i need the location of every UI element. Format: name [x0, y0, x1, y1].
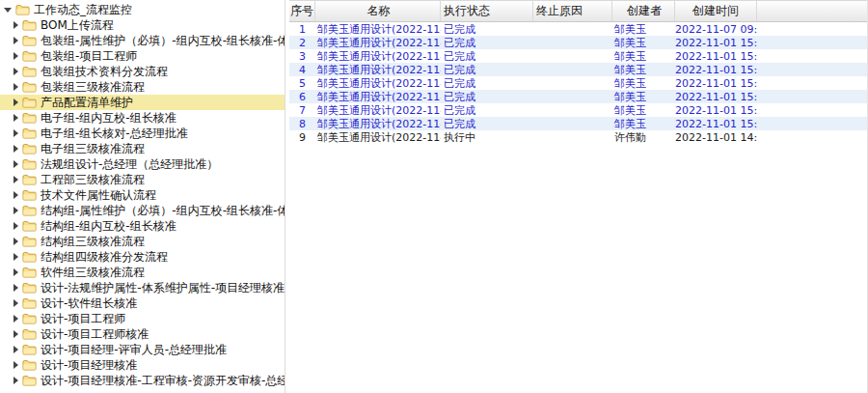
chevron-right-icon[interactable] [14, 299, 18, 307]
tree-item-label: 工程部三级核准流程 [41, 172, 145, 188]
tree-item-label: 包装组-属性维护（必填）-组内互校-组长核准-体系分发 [41, 33, 285, 49]
chevron-right-icon[interactable] [14, 21, 18, 29]
tree-item[interactable]: 产品配置清单维护 [0, 95, 285, 110]
column-header-fill[interactable] [757, 1, 867, 21]
chevron-right-icon[interactable] [14, 330, 18, 338]
folder-icon [22, 97, 37, 108]
chevron-right-icon[interactable] [14, 114, 18, 122]
tree-item[interactable]: BOM上传流程 [0, 17, 285, 33]
table-row[interactable]: 2 邹美玉通用设计(2022-11-01 ... 已完成 邹美玉 2022-11… [289, 36, 867, 49]
tree-item[interactable]: 包装组-属性维护（必填）-组内互校-组长核准-体系分发 [0, 33, 285, 48]
table-row[interactable]: 3 邹美玉通用设计(2022-11-01 ... 已完成 邹美玉 2022-11… [289, 49, 867, 63]
tree-item[interactable]: 结构组四级核准分发流程 [0, 249, 285, 265]
table-row[interactable]: 7 邹美玉通用设计(2022-11-01 ... 已完成 邹美玉 2022-11… [289, 103, 867, 117]
column-header-reason[interactable]: 终止原因 [533, 1, 612, 21]
cell-name: 邹美玉通用设计(2022-11-01 ... [315, 76, 441, 91]
folder-icon [22, 236, 37, 247]
tree-item[interactable]: 工程部三级核准流程 [0, 172, 285, 187]
tree-item-label: 结构组-属性维护（必填）-组内互校-组长核准-体系分发 [41, 203, 285, 219]
chevron-right-icon[interactable] [14, 145, 18, 153]
column-header-time[interactable]: 创建时间 [675, 1, 757, 21]
cell-time: 2022-11-01 15:24 [675, 37, 757, 49]
tree-item[interactable]: 包装组技术资料分发流程 [0, 64, 285, 79]
cell-status: 执行中 [441, 130, 533, 145]
tree-item-label: 电子组-组内互校-组长核准 [41, 110, 176, 126]
tree-item[interactable]: 设计-项目经理-评审人员-总经理批准 [0, 342, 285, 357]
tree-item-label: 设计-项目经理核准-工程审核-资源开发审核-总经理批准 [41, 373, 285, 389]
tree-item[interactable]: 设计-项目经理核准-工程审核-资源开发审核-总经理批准 [0, 373, 285, 388]
folder-icon [22, 19, 37, 31]
tree-item-label: 法规组设计-总经理（总经理批准） [41, 156, 218, 173]
tree-item[interactable]: 电子组三级核准流程 [0, 141, 285, 156]
tree-item[interactable]: 电子组-组长核对-总经理批准 [0, 126, 285, 141]
chevron-right-icon[interactable] [14, 83, 18, 91]
chevron-right-icon[interactable] [14, 52, 18, 60]
table-row[interactable]: 5 邹美玉通用设计(2022-11-01 ... 已完成 邹美玉 2022-11… [289, 76, 867, 90]
chevron-right-icon[interactable] [14, 160, 18, 168]
tree-item-label: 软件组三级核准流程 [41, 265, 145, 281]
table-row[interactable]: 1 邹美玉通用设计(2022-11-07 ... 已完成 邹美玉 2022-11… [289, 22, 867, 36]
chevron-right-icon[interactable] [14, 253, 18, 261]
column-header-name[interactable]: 名称 [315, 1, 441, 21]
tree-item[interactable]: 设计-法规维护属性-体系维护属性-项目经理核准（历史资料） [0, 280, 285, 295]
chevron-right-icon[interactable] [14, 68, 18, 75]
chevron-right-icon[interactable] [14, 129, 18, 137]
column-header-status[interactable]: 执行状态 [441, 1, 533, 21]
tree-item-label: 技术文件属性确认流程 [41, 187, 156, 204]
tree-item[interactable]: 设计-软件组长核准 [0, 295, 285, 311]
tree-item[interactable]: 设计-项目工程师核准 [0, 326, 285, 342]
chevron-right-icon[interactable] [14, 377, 18, 384]
tree-item[interactable]: 设计-项目工程师 [0, 311, 285, 326]
cell-name: 邹美玉通用设计(2022-11-01 ... [315, 130, 441, 145]
tree-item[interactable]: 电子组-组内互校-组长核准 [0, 110, 285, 126]
table-row[interactable]: 4 邹美玉通用设计(2022-11-01 ... 已完成 邹美玉 2022-11… [289, 63, 867, 76]
column-header-creator[interactable]: 创建者 [612, 1, 675, 21]
tree-item[interactable]: 法规组设计-总经理（总经理批准） [0, 156, 285, 172]
chevron-right-icon[interactable] [14, 98, 18, 106]
tree-item-label: 产品配置清单维护 [41, 95, 133, 111]
tree-item[interactable]: 包装组-项目工程师 [0, 48, 285, 64]
tree-root-node[interactable]: 工作动态_流程监控 [0, 2, 285, 17]
folder-icon [22, 359, 37, 371]
chevron-right-icon[interactable] [14, 315, 18, 323]
folder-icon [22, 282, 37, 294]
tree-item-label: 结构组-组内互校-组长核准 [41, 218, 176, 235]
tree-item[interactable]: 技术文件属性确认流程 [0, 187, 285, 203]
tree-item[interactable]: 包装组三级核准流程 [0, 79, 285, 95]
cell-creator: 邹美玉 [612, 22, 675, 37]
chevron-right-icon[interactable] [14, 284, 18, 292]
chevron-right-icon[interactable] [14, 191, 18, 199]
cell-creator: 邹美玉 [612, 36, 675, 50]
folder-icon [22, 50, 37, 62]
table-row[interactable]: 8 邹美玉通用设计(2022-11-01 ... 已完成 邹美玉 2022-11… [289, 117, 867, 130]
folder-icon [22, 112, 37, 124]
folder-icon [22, 189, 37, 201]
table-row[interactable]: 6 邹美玉通用设计(2022-11-01 ... 已完成 邹美玉 2022-11… [289, 90, 867, 103]
cell-status: 已完成 [441, 117, 533, 131]
folder-icon [15, 4, 30, 15]
chevron-right-icon[interactable] [14, 207, 18, 214]
workflow-tree-panel: 工作动态_流程监控 BOM上传流程 包装组-属性维护（必填）-组内互校-组长核准… [0, 0, 285, 393]
cell-status: 已完成 [441, 49, 533, 64]
chevron-right-icon[interactable] [14, 222, 18, 230]
cell-status: 已完成 [441, 90, 533, 104]
chevron-right-icon[interactable] [14, 238, 18, 245]
tree-item[interactable]: 结构组-属性维护（必填）-组内互校-组长核准-体系分发 [0, 203, 285, 218]
chevron-right-icon[interactable] [14, 176, 18, 183]
tree-item-label: 设计-项目工程师 [41, 311, 125, 327]
column-header-no[interactable]: 序号 [289, 1, 315, 21]
chevron-right-icon[interactable] [14, 346, 18, 353]
folder-icon [22, 313, 37, 324]
chevron-down-icon[interactable] [4, 8, 12, 13]
cell-creator: 邹美玉 [612, 117, 675, 131]
folder-icon [22, 375, 37, 386]
chevron-right-icon[interactable] [14, 268, 18, 276]
tree-item[interactable]: 结构组-组内互校-组长核准 [0, 218, 285, 234]
chevron-right-icon[interactable] [14, 37, 18, 44]
tree-item-label: 设计-项目经理-评审人员-总经理批准 [41, 342, 227, 358]
tree-item[interactable]: 软件组三级核准流程 [0, 265, 285, 280]
chevron-right-icon[interactable] [14, 361, 18, 369]
tree-item[interactable]: 结构组三级核准流程 [0, 234, 285, 249]
tree-item[interactable]: 设计-项目经理核准 [0, 357, 285, 373]
table-row[interactable]: 9 邹美玉通用设计(2022-11-01 ... 执行中 许伟勤 2022-11… [289, 130, 867, 144]
